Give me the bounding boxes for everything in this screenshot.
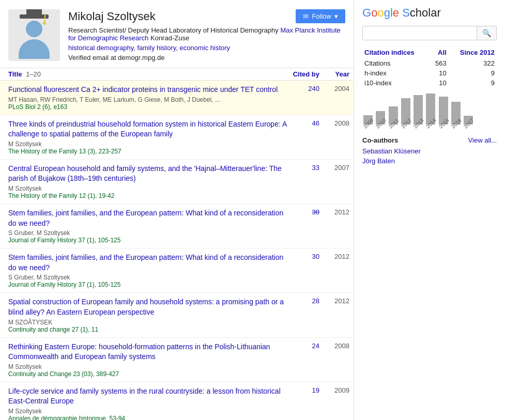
table-row: Life-cycle service and family systems in… <box>0 382 354 420</box>
paper-journal: The History of the Family 13 (3), 223-25… <box>8 148 287 155</box>
paper-authors: M Szoltysek <box>8 363 287 370</box>
bar-column: 2014 <box>425 94 436 131</box>
coauthor-link[interactable]: Sebastian Klüsener <box>362 147 497 155</box>
paper-authors: M Szoltysek <box>8 408 287 415</box>
paper-year: 2008 <box>324 119 349 127</box>
paper-content: Functional fluorescent Ca 2+ indicator p… <box>8 85 287 111</box>
table-row: Rethinking Eastern Europe: household-for… <box>0 338 354 382</box>
table-row: Stem families, joint families, and the E… <box>0 248 354 293</box>
keyword-link[interactable]: historical demography, family history, e… <box>68 44 230 52</box>
paper-cited-count[interactable]: 30 <box>287 253 324 260</box>
year-sort-link[interactable]: Year <box>335 70 349 78</box>
paper-authors: M SZOÅTYSEK <box>8 319 287 326</box>
profile-name: Mikolaj Szoltysek <box>68 10 156 23</box>
citation-all-value: 563 <box>430 58 449 68</box>
profile-header: Mikolaj Szoltysek ✉ Follow ▾ Research Sc… <box>0 5 354 68</box>
search-bar[interactable]: 🔍 <box>362 26 497 40</box>
citation-row: i10-index 10 9 <box>362 78 497 88</box>
bar-column: 2013 <box>412 95 424 131</box>
paper-content: Life-cycle service and family systems in… <box>8 386 287 420</box>
coauthors-view-all-link[interactable]: View all... <box>468 136 497 144</box>
paper-title[interactable]: Stem families, joint families, and the E… <box>8 209 283 227</box>
bar-column: 2010 <box>375 111 386 131</box>
table-row: Functional fluorescent Ca 2+ indicator p… <box>0 81 354 115</box>
paper-authors: M Szoltysek <box>8 141 287 148</box>
google-scholar-logo: Google Scholar <box>362 6 497 20</box>
paper-year: 2008 <box>324 342 349 350</box>
paper-title[interactable]: Life-cycle service and family systems in… <box>8 387 281 406</box>
paper-content: Three kinds of preindustrial household f… <box>8 119 287 155</box>
paper-journal: Annales de démographie historique, 53-94 <box>8 415 287 420</box>
paper-cited-count[interactable]: 19 <box>287 386 324 394</box>
dropdown-icon: ▾ <box>334 12 338 20</box>
coauthors-title: Co-authors <box>362 136 398 144</box>
paper-content: Central European household and family sy… <box>8 164 287 199</box>
table-row: Stem families, joint families, and the E… <box>0 204 354 248</box>
paper-authors: MT Hasan, RW Friedrich, T Euler, ME Lark… <box>8 96 287 103</box>
follow-button[interactable]: ✉ Follow ▾ <box>296 9 345 23</box>
paper-authors: S Gruber, M Szoltysek <box>8 229 287 237</box>
table-row: Spatial construction of European family … <box>0 293 354 337</box>
search-button[interactable]: 🔍 <box>477 26 497 40</box>
email-icon: ✉ <box>303 12 309 20</box>
citation-since-header: Since 2012 <box>449 48 497 58</box>
citation-since-value: 9 <box>449 68 497 78</box>
citation-all-value: 10 <box>430 68 449 78</box>
paper-title[interactable]: Rethinking Eastern Europe: household-for… <box>8 343 270 361</box>
bar-column: 2017 <box>463 116 474 131</box>
paper-year: 2012 <box>324 297 349 305</box>
paper-journal: Journal of Family History 37 (1), 105-12… <box>8 237 287 244</box>
bar-column: 2009 <box>362 115 374 131</box>
profile-info: Mikolaj Szoltysek ✉ Follow ▾ Research Sc… <box>68 9 345 61</box>
paper-cited-count[interactable]: 240 <box>287 85 324 92</box>
paper-year: 2007 <box>324 164 349 172</box>
citation-since-value: 9 <box>449 78 497 88</box>
paper-title[interactable]: Functional fluorescent Ca 2+ indicator p… <box>8 85 278 94</box>
citation-all-header: All <box>430 48 449 58</box>
paper-cited-count[interactable]: 24 <box>287 342 324 350</box>
paper-year: 2004 <box>324 85 349 92</box>
citation-label-header: Citation indices <box>362 48 430 58</box>
cited-sort-link[interactable]: Cited by <box>293 70 319 78</box>
paper-title[interactable]: Stem families, joint families, and the E… <box>8 253 283 272</box>
avatar <box>8 9 60 61</box>
paper-content: Stem families, joint families, and the E… <box>8 253 287 288</box>
paper-cited-count[interactable]: 30 <box>287 208 324 216</box>
paper-cited-count[interactable]: 28 <box>287 297 324 305</box>
search-input[interactable] <box>362 26 477 40</box>
paper-journal: Journal of Family History 37 (1), 105-12… <box>8 281 287 288</box>
citation-metric-label: Citations <box>362 58 430 68</box>
table-row: Central European household and family sy… <box>0 160 354 204</box>
coauthor-link[interactable]: Jörg Baten <box>362 157 497 165</box>
left-panel: Mikolaj Szoltysek ✉ Follow ▾ Research Sc… <box>0 0 354 420</box>
paper-content: Rethinking Eastern Europe: household-for… <box>8 342 287 378</box>
paper-journal: Continuity and Change 23 (03), 389-427 <box>8 370 287 378</box>
profile-keywords: historical demography, family history, e… <box>68 44 345 52</box>
paper-journal: PLoS Biol 2 (6), e163 <box>8 103 287 111</box>
paper-year: 2012 <box>324 208 349 216</box>
paper-year: 2009 <box>324 386 349 394</box>
paper-title[interactable]: Central European household and family sy… <box>8 164 282 183</box>
citation-metric-label: i10-index <box>362 78 430 88</box>
paper-authors: S Gruber, M Szoltysek <box>8 274 287 281</box>
title-sort-link[interactable]: Title <box>8 70 22 78</box>
citation-metric-label: h-index <box>362 68 430 78</box>
paper-content: Stem families, joint families, and the E… <box>8 208 287 244</box>
profile-email: Verified email at demogr.mpg.de <box>68 54 345 61</box>
paper-title[interactable]: Spatial construction of European family … <box>8 298 284 316</box>
bar-column: 2016 <box>450 102 462 131</box>
citation-row: Citations 563 322 <box>362 58 497 68</box>
citations-bar-chart: 2009 2010 2011 2012 2013 2014 2015 2016 … <box>362 95 497 131</box>
page-range: 1–20 <box>26 70 41 78</box>
paper-cited-count[interactable]: 33 <box>287 164 324 172</box>
table-row: Three kinds of preindustrial household f… <box>0 115 354 160</box>
profile-position: Research Scientist/ Deputy Head Laborato… <box>68 26 345 42</box>
paper-cited-count[interactable]: 46 <box>287 119 324 127</box>
paper-title[interactable]: Three kinds of preindustrial household f… <box>8 120 287 138</box>
citation-section: Citation indices All Since 2012 Citation… <box>362 48 497 88</box>
bar-column: 2012 <box>400 98 411 131</box>
paper-authors: M Szoltysek <box>8 185 287 192</box>
coauthors-section: Co-authors View all... Sebastian Klüsene… <box>362 136 497 165</box>
citation-row: h-index 10 9 <box>362 68 497 78</box>
citation-since-value: 322 <box>449 58 497 68</box>
